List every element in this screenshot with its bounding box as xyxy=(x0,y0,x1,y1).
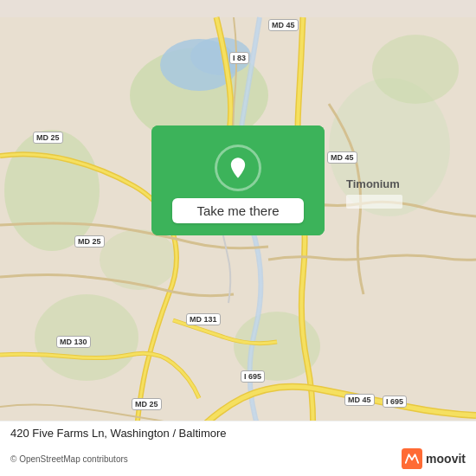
map-container: MD 45 MD 45 MD 45 MD 25 MD 25 MD 25 I 83… xyxy=(0,0,476,476)
road-label-i695-1: I 695 xyxy=(241,370,265,383)
take-me-there-button[interactable]: Take me there xyxy=(172,198,303,223)
location-card: Take me there xyxy=(151,125,325,235)
place-label-timonium: Timonium xyxy=(346,177,400,190)
location-pin-icon xyxy=(215,145,261,191)
attribution-text: © OpenStreetMap contributors xyxy=(10,454,128,464)
svg-point-6 xyxy=(372,35,459,104)
moovit-icon xyxy=(402,448,422,469)
road-label-md25-left: MD 25 xyxy=(33,132,63,144)
moovit-brand-text: moovit xyxy=(426,452,466,466)
road-label-md45-top: MD 45 xyxy=(268,19,299,31)
location-card-inner: Take me there xyxy=(151,125,325,235)
svg-point-2 xyxy=(4,130,100,251)
road-label-md25-bot: MD 25 xyxy=(132,398,162,410)
road-label-md45-bot: MD 45 xyxy=(344,394,375,406)
svg-rect-10 xyxy=(346,195,402,209)
road-label-i695-2: I 695 xyxy=(383,396,407,408)
moovit-logo: moovit xyxy=(402,448,466,469)
road-label-md131: MD 131 xyxy=(186,313,221,325)
address-bar: 420 Five Farms Ln, Washington / Baltimor… xyxy=(0,421,476,445)
bottom-bar: © OpenStreetMap contributors moovit xyxy=(0,441,476,476)
road-label-md25-mid: MD 25 xyxy=(74,235,105,248)
road-label-i83: I 83 xyxy=(229,52,249,64)
road-label-md130: MD 130 xyxy=(56,336,91,348)
road-label-md45-mid: MD 45 xyxy=(327,151,357,164)
